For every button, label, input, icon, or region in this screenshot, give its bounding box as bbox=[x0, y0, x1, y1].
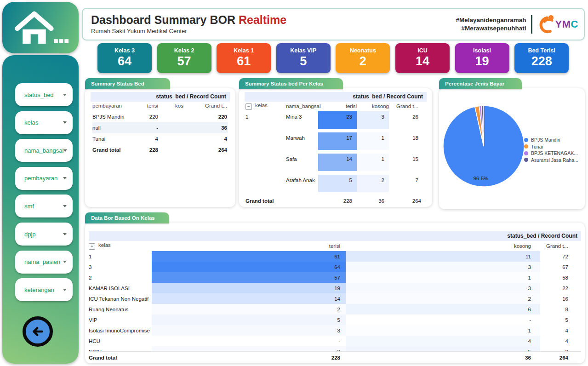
filter-keterangan[interactable]: keterangan bbox=[15, 278, 73, 301]
cell-terisi-heatmap: 5 bbox=[152, 315, 346, 325]
table-row: 1Mina 323326 bbox=[245, 110, 426, 132]
chevron-down-icon bbox=[63, 289, 67, 291]
cell-grand-total: 5 bbox=[540, 317, 581, 323]
table-row: 364367 bbox=[89, 262, 581, 272]
kpi-label: Kelas 3 bbox=[97, 47, 152, 54]
header-divider bbox=[531, 15, 532, 34]
data-bor-grand-row: Grand total22836264 bbox=[89, 351, 581, 363]
filter-dpjp[interactable]: dpjp bbox=[15, 223, 73, 246]
cell-terisi-heatmap: - bbox=[152, 336, 346, 346]
cell-grand-total: 36 bbox=[184, 125, 228, 131]
col-header-kosong[interactable]: kosong bbox=[357, 103, 389, 109]
cell-terisi-heatmap: 14 bbox=[318, 154, 357, 171]
cell-terisi-heatmap: 57 bbox=[152, 272, 346, 283]
legend-item-Tunai[interactable]: Tunai bbox=[524, 143, 578, 150]
kpi-card-1[interactable]: Kelas 364 bbox=[97, 43, 152, 73]
col-header-terisi[interactable]: terisi bbox=[152, 241, 346, 251]
col-header-grand-total[interactable]: Grand t... bbox=[540, 243, 581, 249]
cell-nama-bangsal: Safa bbox=[286, 153, 318, 174]
cell-grand-total: 22 bbox=[540, 286, 581, 291]
panel-jenis-bayar: Percentase Jenis Bayar 96.5% BPJS Mandir… bbox=[439, 78, 585, 209]
filter-label: kelas bbox=[24, 119, 38, 126]
cell-kelas: ICU Tekanan Non Negatif bbox=[89, 296, 152, 302]
grand-total: 264 bbox=[389, 198, 426, 204]
cell-kosong-heatmap: 1 bbox=[346, 325, 540, 336]
collapse-icon[interactable]: − bbox=[245, 103, 252, 110]
col-header-nama-bangsal[interactable]: nama_bangsal bbox=[286, 103, 318, 109]
kpi-value: 2 bbox=[336, 54, 390, 69]
kpi-label: Isolasi bbox=[455, 47, 509, 54]
kpi-card-8[interactable]: Bed Terisi228 bbox=[514, 43, 569, 73]
back-button[interactable] bbox=[23, 316, 53, 347]
cell-kelas bbox=[245, 174, 286, 195]
table-row: 257158 bbox=[89, 272, 581, 283]
table-row: KAMAR ISOLASI19322 bbox=[89, 283, 581, 293]
cell-nama-bangsal: Arafah Anak bbox=[286, 174, 318, 195]
header-bar: Dashboard Summary BOR Realtime Rumah Sak… bbox=[82, 8, 585, 40]
filter-label: pembayaran bbox=[24, 175, 57, 182]
data-bor-rows-viewport[interactable]: 1611172364367257158KAMAR ISOLASI19322ICU… bbox=[89, 251, 581, 352]
col-header-kosong[interactable]: kosong bbox=[346, 241, 540, 251]
grand-terisi: 228 bbox=[152, 352, 346, 363]
panel-body-per-kelas: status_bed / Record Count −kelasnama_ban… bbox=[239, 88, 432, 207]
page-title-main: Dashboard Summary BOR bbox=[91, 13, 235, 26]
cell-kosong-heatmap: 11 bbox=[346, 251, 540, 262]
cell-grand-total: 18 bbox=[389, 132, 426, 153]
filter-label: smf bbox=[24, 203, 34, 210]
cell-grand-total: 4 bbox=[184, 136, 228, 142]
home-button[interactable] bbox=[2, 2, 79, 53]
col-header-pembayaran[interactable]: pembayaran bbox=[92, 103, 136, 109]
col-header-kelas[interactable]: −kelas bbox=[245, 103, 286, 110]
col-header-kelas[interactable]: +kelas bbox=[89, 242, 152, 250]
col-header-grand-total[interactable]: Grand t... bbox=[184, 103, 228, 109]
table-row: Safa14115 bbox=[245, 153, 426, 174]
filter-status_bed[interactable]: status_bed bbox=[15, 83, 73, 106]
cell-grand-total: 26 bbox=[389, 110, 426, 132]
filter-smf[interactable]: smf bbox=[15, 194, 73, 217]
legend-item-BPJS Mandiri[interactable]: BPJS Mandiri bbox=[524, 137, 578, 143]
col-header-terisi[interactable]: terisi bbox=[318, 103, 357, 109]
filter-nama_pasien[interactable]: nama_pasien bbox=[15, 251, 73, 274]
legend-item-BPJS KETENAGAK...[interactable]: BPJS KETENAGAK... bbox=[524, 150, 578, 157]
col-header-terisi[interactable]: terisi bbox=[136, 103, 159, 109]
cell-terisi-heatmap: 3 bbox=[152, 325, 346, 336]
filter-nama_bangsal[interactable]: nama_bangsal bbox=[15, 139, 73, 162]
legend-item-Asuransi Jasa Raha...[interactable]: Asuransi Jasa Raha... bbox=[524, 157, 578, 164]
kpi-card-2[interactable]: Kelas 257 bbox=[157, 43, 211, 73]
cell-kosong-heatmap: 1 bbox=[357, 154, 389, 171]
kpi-row: Kelas 364Kelas 257Kelas 161Kelas VIP5Neo… bbox=[97, 43, 569, 73]
table-row: HCU-44 bbox=[89, 336, 581, 346]
panel-per-kelas: Summary Status bed Per Kelas status_bed … bbox=[239, 78, 432, 207]
hashtag-2: #Merawatsepenuhhati bbox=[456, 24, 526, 33]
grand-total-row: Grand total228264 bbox=[92, 144, 228, 155]
kpi-card-4[interactable]: Kelas VIP5 bbox=[276, 43, 331, 73]
header-titles: Dashboard Summary BOR Realtime Rumah Sak… bbox=[91, 14, 286, 35]
kpi-card-6[interactable]: ICU14 bbox=[395, 43, 450, 73]
ymc-logo: YMC bbox=[537, 14, 578, 35]
grand-total: 264 bbox=[540, 355, 581, 360]
cell-kosong-heatmap: 1 bbox=[357, 132, 389, 150]
table-row: VIP5-5 bbox=[89, 315, 581, 325]
kpi-card-7[interactable]: Isolasi19 bbox=[455, 43, 509, 73]
grand-kosong: 36 bbox=[346, 352, 540, 363]
cell-grand-total: 4 bbox=[540, 328, 581, 333]
filter-kelas[interactable]: kelas bbox=[15, 111, 73, 134]
cell-kelas: HCU bbox=[89, 338, 152, 344]
arrow-left-icon bbox=[30, 324, 46, 339]
cell-terisi-heatmap: 19 bbox=[152, 283, 346, 293]
kpi-value: 5 bbox=[276, 54, 331, 69]
expand-icon[interactable]: + bbox=[89, 243, 95, 250]
col-header-grand-total[interactable]: Grand t... bbox=[389, 103, 426, 109]
filter-pembayaran[interactable]: pembayaran bbox=[15, 167, 73, 190]
col-header-kos[interactable]: kos bbox=[159, 103, 184, 109]
kpi-card-3[interactable]: Kelas 161 bbox=[217, 43, 271, 73]
pivot-band: status_bed / Record Count bbox=[245, 92, 427, 102]
table-header-row: −kelasnama_bangsalterisikosongGrand t... bbox=[245, 102, 426, 110]
kpi-label: Kelas 2 bbox=[157, 47, 211, 54]
panel-body-jenis-bayar: 96.5% BPJS MandiriTunaiBPJS KETENAGAK...… bbox=[439, 88, 585, 209]
cell-kosong-heatmap: 3 bbox=[346, 283, 540, 293]
cell-kelas bbox=[245, 132, 286, 153]
kpi-value: 19 bbox=[455, 54, 509, 69]
legend-dot-icon bbox=[524, 151, 528, 155]
kpi-card-5[interactable]: Neonatus2 bbox=[336, 43, 390, 73]
